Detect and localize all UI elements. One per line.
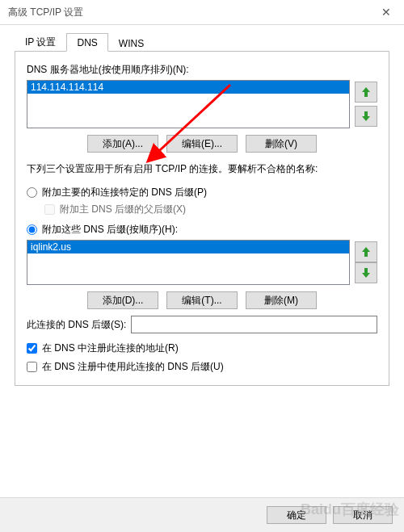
- dialog-button-bar: 确定 取消: [0, 497, 404, 532]
- suffix-move-up-button[interactable]: [355, 241, 377, 262]
- arrow-down-icon: [362, 268, 370, 278]
- radio-primary-suffix[interactable]: [27, 187, 37, 198]
- arrow-up-icon: [362, 87, 370, 97]
- checkbox-use-suffix-label: 在 DNS 注册中使用此连接的 DNS 后缀(U): [42, 360, 224, 374]
- suffix-move-down-button[interactable]: [355, 262, 377, 283]
- arrow-up-icon: [362, 247, 370, 257]
- dns-server-item[interactable]: 114.114.114.114: [27, 81, 349, 94]
- radio-these-suffixes-label: 附加这些 DNS 后缀(按顺序)(H):: [42, 223, 178, 237]
- tab-strip: IP 设置 DNS WINS: [15, 31, 389, 52]
- suffix-add-button[interactable]: 添加(D)...: [87, 291, 158, 309]
- dns-server-label: DNS 服务器地址(按使用顺序排列)(N):: [27, 63, 377, 77]
- checkbox-use-suffix[interactable]: [27, 362, 37, 372]
- checkbox-register-address[interactable]: [27, 343, 37, 354]
- checkbox-register-address-label: 在 DNS 中注册此连接的地址(R): [42, 341, 179, 355]
- arrow-down-icon: [362, 111, 370, 121]
- dns-edit-button[interactable]: 编辑(E)...: [166, 135, 238, 153]
- connection-suffix-input[interactable]: [131, 316, 377, 333]
- radio-these-suffixes[interactable]: [27, 224, 37, 235]
- suffix-edit-button[interactable]: 编辑(T)...: [166, 291, 238, 309]
- connection-suffix-label: 此连接的 DNS 后缀(S):: [27, 318, 126, 332]
- dns-move-up-button[interactable]: [355, 82, 377, 103]
- radio-primary-suffix-label: 附加主要的和连接特定的 DNS 后缀(P): [42, 186, 207, 199]
- window-title: 高级 TCP/IP 设置: [8, 6, 83, 19]
- checkbox-parent-suffix: [44, 204, 55, 215]
- dns-panel: DNS 服务器地址(按使用顺序排列)(N): 114.114.114.114 添…: [15, 52, 389, 386]
- description-text: 下列三个设置应用于所有启用 TCP/IP 的连接。要解析不合格的名称:: [27, 162, 377, 176]
- title-bar: 高级 TCP/IP 设置 ✕: [0, 0, 404, 25]
- cancel-button[interactable]: 取消: [333, 506, 393, 524]
- ok-button[interactable]: 确定: [267, 506, 326, 524]
- dns-remove-button[interactable]: 删除(V): [246, 135, 317, 153]
- tab-ip-settings[interactable]: IP 设置: [15, 31, 66, 52]
- content-area: IP 设置 DNS WINS DNS 服务器地址(按使用顺序排列)(N): 11…: [0, 25, 404, 386]
- suffix-remove-button[interactable]: 删除(M): [246, 291, 317, 309]
- checkbox-parent-suffix-label: 附加主 DNS 后缀的父后缀(X): [60, 203, 186, 216]
- close-button[interactable]: ✕: [368, 0, 404, 24]
- suffix-listbox[interactable]: iqlink2.us: [27, 240, 350, 285]
- tab-wins[interactable]: WINS: [108, 34, 154, 52]
- dns-move-down-button[interactable]: [355, 106, 377, 127]
- dns-servers-listbox[interactable]: 114.114.114.114: [27, 80, 350, 128]
- dns-add-button[interactable]: 添加(A)...: [87, 135, 158, 153]
- suffix-item[interactable]: iqlink2.us: [27, 241, 349, 253]
- tab-dns[interactable]: DNS: [66, 33, 107, 52]
